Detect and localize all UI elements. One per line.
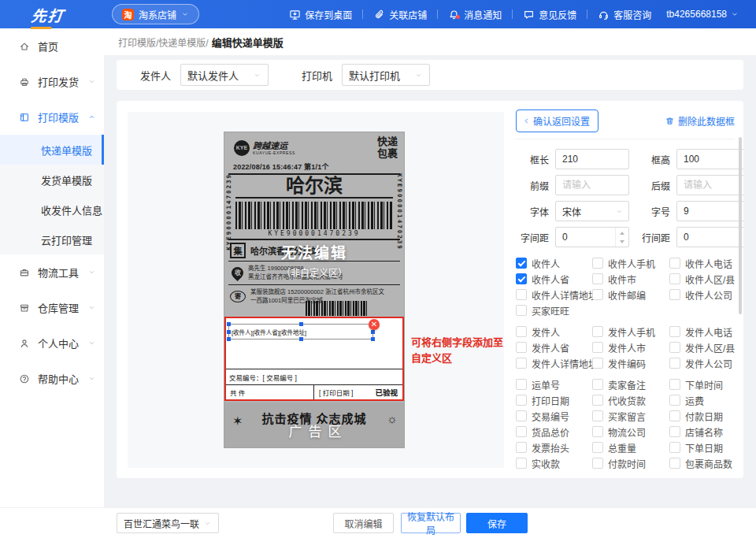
link-shop-button[interactable]: 关联店铺 — [363, 8, 437, 21]
checkbox-icon[interactable] — [516, 289, 527, 300]
sidebar-item-cloud-print[interactable]: 云打印管理 — [0, 224, 104, 254]
checkbox-icon[interactable] — [592, 458, 603, 469]
checkbox-icon[interactable] — [669, 379, 680, 390]
checkbox-icon[interactable] — [592, 426, 603, 437]
field-checkbox[interactable]: 货品总价 — [516, 426, 592, 437]
field-checkbox[interactable]: 付款时间 — [592, 458, 669, 469]
checkbox-icon[interactable] — [669, 395, 680, 406]
suffix-input[interactable] — [676, 175, 743, 195]
field-checkbox[interactable]: 发件人市 — [592, 342, 669, 353]
spin-up-icon[interactable] — [742, 228, 743, 237]
field-checkbox[interactable]: 交易编号 — [516, 410, 592, 421]
field-checkbox[interactable]: 发件人详情地址 — [516, 358, 592, 369]
field-checkbox[interactable]: 买家留言 — [592, 410, 669, 421]
checkbox-icon[interactable] — [592, 410, 603, 421]
checkbox-icon[interactable] — [592, 258, 603, 269]
field-checkbox[interactable]: 代收货款 — [592, 395, 669, 406]
field-checkbox[interactable]: 物流公司 — [592, 426, 669, 437]
custom-zone[interactable]: [收件人][收件人省][收件地址] ✕ 交易编号：[ 交易编号 ] 共 件 [ … — [224, 317, 404, 401]
field-checkbox[interactable]: 买家旺旺 — [516, 305, 592, 316]
sidebar-item-logistics-tools[interactable]: 物流工具 — [0, 254, 104, 290]
sender-select[interactable]: 默认发件人 — [180, 64, 269, 86]
resize-handle[interactable] — [299, 322, 303, 326]
box-width-input[interactable] — [555, 149, 629, 169]
resize-handle[interactable] — [227, 322, 231, 326]
field-checkbox[interactable]: 收件邮编 — [592, 289, 669, 300]
font-size-select[interactable]: 9 — [676, 201, 743, 221]
field-checkbox[interactable]: 发件编码 — [592, 358, 669, 369]
support-button[interactable]: 客服咨询 — [587, 8, 662, 21]
field-checkbox[interactable]: 下单时间 — [669, 379, 735, 390]
checkbox-icon[interactable] — [516, 426, 527, 437]
checkbox-icon[interactable] — [516, 305, 527, 316]
checkbox-icon[interactable] — [669, 342, 680, 353]
prefix-input[interactable] — [555, 175, 629, 195]
checkbox-icon[interactable] — [669, 410, 680, 421]
account-menu[interactable]: tb4265668158 — [666, 9, 756, 20]
template-type-select[interactable]: 百世汇通菜鸟一联 — [117, 513, 219, 533]
checkbox-icon[interactable] — [669, 458, 680, 469]
checkbox-icon[interactable] — [516, 326, 527, 337]
checkbox-icon[interactable] — [592, 273, 603, 284]
resize-handle[interactable] — [371, 330, 375, 334]
resize-handle[interactable] — [371, 337, 375, 341]
field-checkbox[interactable]: 收件人公司 — [669, 289, 735, 300]
checkbox-icon[interactable] — [592, 442, 603, 453]
sidebar-item-express-template[interactable]: 快递单模版 — [0, 135, 104, 165]
checkbox-icon[interactable] — [669, 426, 680, 437]
checkbox-icon[interactable] — [592, 395, 603, 406]
field-checkbox[interactable]: 包裹商品数 — [669, 458, 735, 469]
checkbox-icon[interactable] — [516, 458, 527, 469]
field-checkbox[interactable]: 收件人 — [516, 258, 592, 269]
field-checkbox[interactable]: 发件人区/县 — [669, 342, 735, 353]
field-checkbox[interactable]: 付款日期 — [669, 410, 735, 421]
confirm-back-button[interactable]: 确认返回设置 — [516, 109, 598, 132]
sidebar-item-home[interactable]: 首页 — [0, 28, 104, 64]
save-desktop-button[interactable]: 保存到桌面 — [279, 8, 362, 21]
checkbox-icon[interactable] — [592, 342, 603, 353]
field-checkbox[interactable]: 运费 — [669, 395, 735, 406]
checkbox-icon[interactable] — [516, 395, 527, 406]
field-checkbox[interactable]: 发件人 — [516, 326, 592, 337]
field-checkbox[interactable]: 发件人电话 — [669, 326, 735, 337]
field-checkbox[interactable]: 收件市 — [592, 273, 669, 284]
restore-default-button[interactable]: 恢复默认布局 — [401, 513, 461, 533]
field-checkbox[interactable]: 发件人省 — [516, 342, 592, 353]
remove-field-button[interactable]: ✕ — [369, 319, 380, 330]
cancel-edit-button[interactable]: 取消编辑 — [333, 513, 394, 533]
field-checkbox[interactable]: 收件人手机 — [592, 258, 669, 269]
shop-selector[interactable]: 淘 淘系店铺 — [112, 4, 199, 24]
panel-scrollbar[interactable] — [739, 137, 742, 314]
sidebar-item-print-ship[interactable]: 打印发货 — [0, 64, 104, 99]
field-checkbox[interactable]: 发票抬头 — [516, 442, 592, 453]
line-spacing-input[interactable] — [676, 227, 743, 247]
sidebar-item-personal[interactable]: 个人中心 — [0, 325, 104, 361]
checkbox-icon[interactable] — [669, 273, 680, 284]
sidebar-item-contact-info[interactable]: 收发件人信息 — [0, 195, 104, 224]
sidebar-item-ship-template[interactable]: 发货单模版 — [0, 165, 104, 195]
checkbox-icon[interactable] — [669, 289, 680, 300]
field-checkbox[interactable]: 卖家备注 — [592, 379, 669, 390]
field-checkbox[interactable]: 收件人省 — [516, 273, 592, 284]
checkbox-icon[interactable] — [592, 289, 603, 300]
breadcrumb-path[interactable]: 打印模版/快递单模版/ — [118, 35, 209, 49]
font-family-select[interactable]: 宋体 — [555, 201, 629, 221]
checkbox-icon[interactable] — [669, 326, 680, 337]
resize-handle[interactable] — [299, 337, 303, 341]
spin-down-icon[interactable] — [742, 237, 743, 247]
checkbox-icon[interactable] — [669, 442, 680, 453]
field-checkbox[interactable]: 收件人区/县 — [669, 273, 735, 284]
resize-handle[interactable] — [227, 330, 231, 334]
notifications-button[interactable]: 消息通知 — [438, 8, 512, 21]
field-checkbox[interactable]: 收件人电话 — [669, 258, 735, 269]
save-button[interactable]: 保存 — [466, 513, 528, 533]
sidebar-item-warehouse[interactable]: 仓库管理 — [0, 290, 104, 325]
checkbox-icon[interactable] — [516, 442, 527, 453]
field-checkbox[interactable]: 运单号 — [516, 379, 592, 390]
sidebar-item-help[interactable]: 帮助中心 — [0, 361, 104, 396]
field-checkbox[interactable]: 店铺名称 — [669, 426, 735, 437]
field-checkbox[interactable]: 发件人手机 — [592, 326, 669, 337]
feedback-button[interactable]: 意见反馈 — [513, 8, 587, 21]
checkbox-icon[interactable] — [516, 379, 527, 390]
printer-select[interactable]: 默认打印机 — [342, 64, 430, 86]
